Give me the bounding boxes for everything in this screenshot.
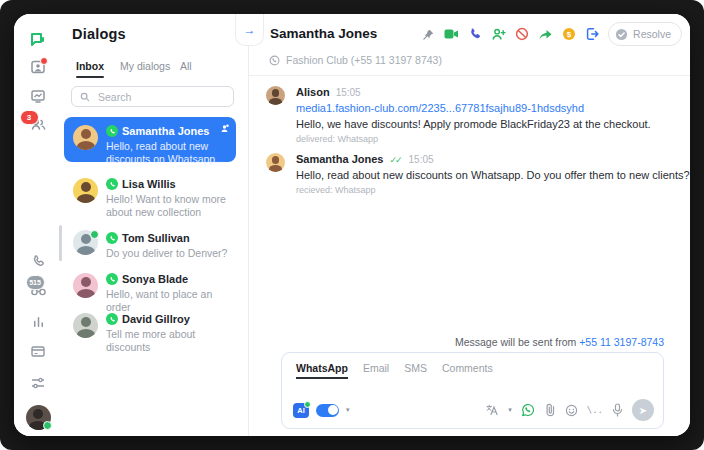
ai-toggle[interactable] (316, 404, 339, 417)
chevron-down-icon[interactable]: ▾ (346, 406, 350, 414)
whatsapp-channel-icon (106, 178, 118, 190)
team-icon: 3 (30, 116, 47, 132)
message-text: Hello, we have discounts! Apply promode … (296, 118, 651, 130)
whatsapp-channel-button[interactable] (521, 403, 535, 417)
send-icon: ➤ (639, 405, 647, 416)
header-divider (249, 75, 690, 76)
tab-my-dialogs[interactable]: My dialogs (120, 60, 170, 72)
conversation-name: Tom Sullivan (122, 232, 190, 244)
video-call-icon[interactable] (444, 28, 459, 40)
sent-from-number[interactable]: +55 11 3197-8743 (579, 336, 664, 348)
nav-tracker[interactable]: 515 (14, 282, 62, 297)
chat-contact-name: Samantha Jones (270, 26, 377, 41)
chevron-down-icon[interactable]: ▾ (508, 406, 512, 414)
message-status: delivered: Whatsapp (296, 134, 651, 144)
resolve-button[interactable]: Resolve (608, 22, 682, 46)
conversation-preview: Tell me more about discounts (106, 328, 228, 354)
avatar (73, 273, 98, 298)
nav-monitoring[interactable] (14, 88, 62, 104)
chat-subtitle: Fashion Club (+55 11 3197 8743) (286, 54, 442, 66)
nav-settings[interactable] (14, 376, 62, 390)
assignee-icon (220, 124, 229, 133)
message-samantha: Samantha Jones ✓✓ 15:05 Hello, read abou… (266, 153, 690, 195)
ai-label: AI (297, 406, 305, 415)
nav-calls[interactable] (14, 254, 62, 269)
call-icon[interactable] (468, 27, 482, 41)
ai-assistant-button[interactable]: AI (293, 403, 309, 418)
user-online-dot (43, 421, 52, 430)
nav-rail: 3 515 (14, 14, 62, 436)
sent-from-note: Message will be sent from +55 11 3197-87… (455, 336, 664, 348)
svg-text:$: $ (567, 30, 572, 39)
sliders-icon (30, 376, 46, 390)
conversation-preview: Hello, read about new discounts on Whats… (106, 140, 228, 166)
message-author: Samantha Jones (296, 153, 383, 165)
dialogs-tabs: Inbox My dialogs All (62, 60, 248, 78)
dialogs-panel: Dialogs Inbox My dialogs All (62, 14, 248, 436)
tracker-badge: 515 (26, 275, 45, 290)
contacts-alert-dot (40, 57, 48, 65)
tab-sms[interactable]: SMS (404, 362, 427, 379)
nav-team[interactable]: 3 (14, 116, 62, 132)
app-logo (14, 30, 62, 50)
message-composer[interactable]: WhatsApp Email SMS Comments AI ▾ (281, 352, 664, 429)
tab-comments[interactable]: Comments (442, 362, 493, 379)
forward-icon[interactable] (538, 28, 553, 41)
screen-background: 3 515 (0, 0, 704, 450)
dialog-list-scrollbar[interactable] (59, 225, 62, 261)
collapse-panel-button[interactable]: → (235, 14, 264, 46)
pin-icon[interactable] (422, 28, 435, 41)
block-icon[interactable] (515, 27, 529, 41)
avatar (73, 125, 98, 150)
message-time: 15:05 (336, 87, 361, 98)
nav-payments[interactable] (14, 344, 62, 358)
emoji-icon[interactable] (565, 404, 578, 417)
message-link[interactable]: media1.fashion-club.com/2235...67781fsaj… (296, 102, 651, 114)
microphone-icon[interactable] (612, 403, 623, 417)
nav-contacts[interactable] (14, 59, 62, 75)
chat-panel: → Samantha Jones (248, 14, 690, 436)
whatsapp-channel-icon (106, 273, 118, 285)
monitor-chart-icon (30, 88, 46, 104)
conversation-name: Sonya Blade (122, 273, 188, 285)
nav-profile[interactable] (14, 405, 62, 430)
tab-email[interactable]: Email (363, 362, 389, 379)
chat-channel-info: Fashion Club (+55 11 3197 8743) (269, 54, 442, 66)
conversation-tom-sullivan[interactable]: Tom Sullivan Do you deliver to Denver? (64, 224, 236, 260)
avatar (266, 86, 285, 105)
avatar (73, 313, 98, 338)
conversation-david-gillroy[interactable]: David Gillroy Tell me more about discoun… (64, 305, 236, 341)
ai-active-dot (304, 401, 311, 408)
attachment-icon[interactable] (544, 403, 556, 417)
conversation-name: David Gillroy (122, 313, 190, 325)
binoculars-icon: 515 (30, 282, 47, 297)
payment-coin-icon[interactable]: $ (562, 27, 576, 41)
search-input[interactable] (96, 90, 225, 104)
tab-all[interactable]: All (180, 60, 192, 72)
bar-chart-icon (31, 314, 46, 329)
arrow-right-icon: → (244, 24, 256, 36)
check-circle-icon (615, 28, 628, 41)
sign-out-icon[interactable] (585, 27, 599, 41)
shortcut-template-icon[interactable]: \.. (587, 405, 603, 415)
conversation-sonya-blade[interactable]: Sonya Blade Hello, want to place an orde… (64, 265, 236, 301)
send-button[interactable]: ➤ (632, 399, 654, 421)
translate-icon[interactable] (486, 404, 499, 416)
message-text: Hello, read about new discounts on Whats… (296, 169, 690, 181)
tab-inbox[interactable]: Inbox (76, 60, 104, 72)
conversation-samantha-jones[interactable]: Samantha Jones Hello, read about new dis… (64, 117, 236, 162)
conversation-name: Lisa Willis (122, 178, 176, 190)
message-time: 15:05 (409, 154, 434, 165)
search-icon (80, 92, 90, 102)
sent-from-label: Message will be sent from (455, 336, 576, 348)
composer-toolbar: AI ▾ ▾ (293, 399, 654, 421)
nav-statistics[interactable] (14, 314, 62, 329)
message-status: recieved: Whatsapp (296, 185, 690, 195)
search-box[interactable] (71, 86, 234, 107)
add-participant-icon[interactable] (491, 27, 506, 41)
conversation-preview: Do you deliver to Denver? (106, 247, 228, 260)
phone-icon (31, 254, 46, 269)
conversation-lisa-willis[interactable]: Lisa Willis Hello! Want to know more abo… (64, 170, 236, 216)
contacts-icon (30, 59, 46, 75)
tab-whatsapp[interactable]: WhatsApp (296, 362, 348, 379)
